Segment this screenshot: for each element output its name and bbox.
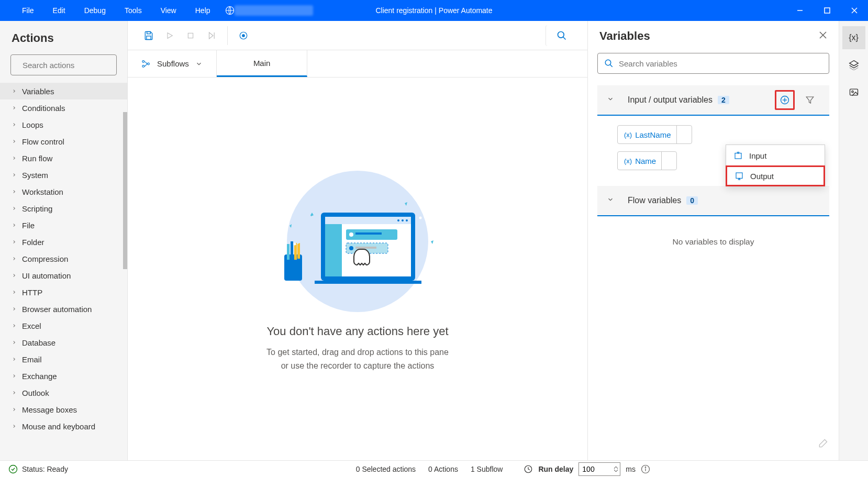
strip-images-button[interactable]	[842, 81, 865, 104]
action-category-outlook[interactable]: Outlook	[0, 384, 127, 401]
category-label: Variables	[22, 87, 54, 96]
chevron-right-icon	[12, 424, 17, 429]
action-category-file[interactable]: File	[0, 217, 127, 234]
actions-search-input[interactable]	[23, 61, 122, 70]
action-category-folder[interactable]: Folder	[0, 234, 127, 250]
add-variable-button[interactable]	[775, 90, 795, 110]
run-delay-spinner[interactable]	[578, 462, 620, 476]
chevron-down-icon[interactable]	[614, 469, 618, 472]
stop-button[interactable]	[180, 25, 201, 46]
menu-view[interactable]: View	[151, 0, 186, 21]
flow-canvas[interactable]: You don't have any actions here yet To g…	[128, 77, 587, 460]
svg-point-19	[148, 63, 150, 65]
popup-item-input[interactable]: Input	[726, 145, 825, 166]
step-button[interactable]	[201, 25, 222, 46]
menu-file[interactable]: File	[13, 0, 43, 21]
run-button[interactable]	[159, 25, 180, 46]
action-category-loops[interactable]: Loops	[0, 116, 127, 133]
svg-marker-58	[849, 61, 858, 66]
action-category-system[interactable]: System	[0, 167, 127, 183]
action-category-variables[interactable]: Variables	[0, 83, 127, 99]
close-variables-button[interactable]	[819, 31, 827, 41]
clear-button[interactable]	[818, 438, 828, 451]
action-category-scripting[interactable]: Scripting	[0, 200, 127, 217]
chevron-right-icon	[12, 189, 17, 194]
close-button[interactable]	[841, 0, 868, 21]
io-variables-header[interactable]: Input / output variables 2	[597, 85, 829, 115]
environment-indicator[interactable]	[220, 5, 321, 16]
action-category-flow-control[interactable]: Flow control	[0, 133, 127, 150]
action-category-workstation[interactable]: Workstation	[0, 183, 127, 200]
action-category-conditionals[interactable]: Conditionals	[0, 99, 127, 116]
status-actions: 0 Actions	[428, 465, 458, 473]
action-category-message-boxes[interactable]: Message boxes	[0, 401, 127, 418]
output-icon	[735, 171, 744, 181]
variables-search[interactable]	[597, 53, 829, 74]
category-label: Browser automation	[22, 305, 92, 314]
menu-tools[interactable]: Tools	[115, 0, 151, 21]
filter-variables-button[interactable]	[800, 90, 820, 110]
layers-icon	[849, 60, 859, 70]
toolbar	[128, 21, 587, 50]
chevron-down-icon	[195, 60, 203, 68]
save-icon	[143, 30, 154, 41]
svg-marker-39	[297, 243, 300, 259]
strip-variables-button[interactable]: {x}	[842, 26, 865, 49]
svg-point-60	[851, 91, 853, 93]
empty-state-line2: or use the recorder to capture the actio…	[281, 361, 435, 370]
menu-help[interactable]: Help	[186, 0, 220, 21]
info-icon[interactable]	[641, 464, 650, 474]
menu-edit[interactable]: Edit	[43, 0, 75, 21]
chevron-right-icon	[12, 390, 17, 395]
variable-pill-name[interactable]: (x)Name	[617, 151, 677, 170]
menu-debug[interactable]: Debug	[75, 0, 115, 21]
variable-name: LastName	[635, 130, 671, 139]
run-delay-input[interactable]	[582, 465, 608, 473]
actions-search[interactable]	[10, 54, 117, 75]
svg-rect-10	[188, 33, 193, 38]
strip-layers-button[interactable]	[842, 53, 865, 76]
save-button[interactable]	[138, 25, 159, 46]
status-selected: 0 Selected actions	[356, 465, 416, 473]
svg-point-15	[558, 31, 564, 38]
subflows-dropdown[interactable]: Subflows	[128, 50, 217, 77]
minimize-button[interactable]	[786, 0, 814, 21]
svg-rect-56	[736, 173, 742, 179]
action-category-run-flow[interactable]: Run flow	[0, 150, 127, 167]
play-icon	[165, 31, 174, 40]
maximize-button[interactable]	[814, 0, 841, 21]
variables-search-input[interactable]	[619, 59, 822, 68]
popup-item-label: Input	[749, 151, 766, 160]
svg-point-61	[9, 465, 17, 473]
action-category-database[interactable]: Database	[0, 334, 127, 351]
svg-rect-2	[825, 8, 830, 13]
popup-item-output[interactable]: Output	[726, 165, 825, 186]
actions-panel-title: Actions	[0, 21, 127, 52]
canvas-search-button[interactable]	[546, 25, 577, 46]
action-category-exchange[interactable]: Exchange	[0, 368, 127, 384]
action-category-excel[interactable]: Excel	[0, 317, 127, 334]
svg-point-32	[349, 246, 353, 250]
globe-icon	[225, 6, 235, 15]
category-label: File	[22, 221, 35, 230]
record-button[interactable]	[233, 25, 254, 46]
svg-point-45	[294, 242, 296, 245]
svg-point-48	[605, 60, 611, 65]
action-category-http[interactable]: HTTP	[0, 284, 127, 301]
statusbar: Status: Ready 0 Selected actions 0 Actio…	[0, 460, 868, 477]
action-category-browser-automation[interactable]: Browser automation	[0, 301, 127, 317]
action-category-compression[interactable]: Compression	[0, 250, 127, 267]
svg-marker-9	[168, 32, 172, 38]
tab-main[interactable]: Main	[217, 50, 308, 77]
chevron-right-icon	[12, 323, 17, 328]
category-label: Scripting	[22, 204, 52, 213]
flow-variables-header[interactable]: Flow variables 0	[597, 186, 829, 215]
svg-point-29	[349, 232, 353, 237]
svg-line-49	[610, 64, 613, 67]
action-category-email[interactable]: Email	[0, 351, 127, 368]
variable-pill-lastname[interactable]: (x)LastName	[617, 125, 692, 144]
actions-scrollbar[interactable]	[123, 112, 127, 460]
actions-category-list: VariablesConditionalsLoopsFlow controlRu…	[0, 83, 127, 460]
action-category-ui-automation[interactable]: UI automation	[0, 267, 127, 284]
action-category-mouse-and-keyboard[interactable]: Mouse and keyboard	[0, 418, 127, 435]
